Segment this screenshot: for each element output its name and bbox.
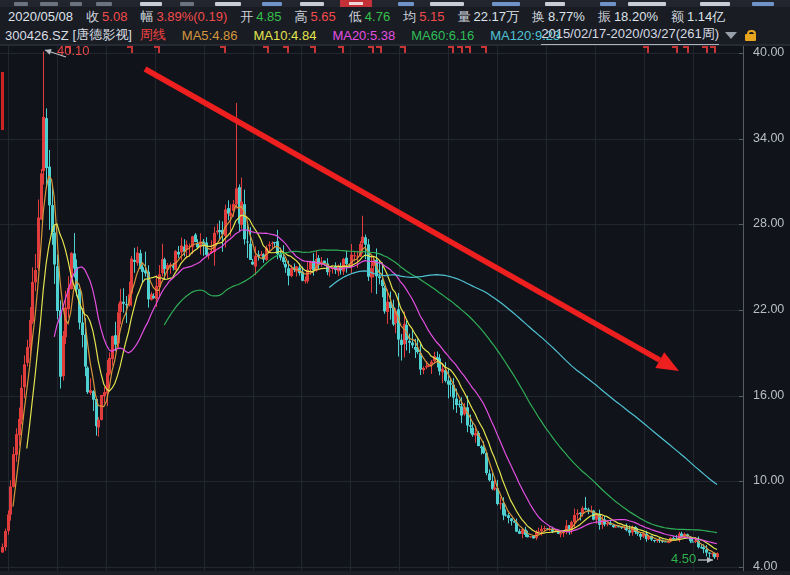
- peak-price-annotation: 40.10: [57, 43, 90, 58]
- menu-fragment: [700, 2, 730, 6]
- event-flag-icon: [457, 46, 463, 53]
- menu-fragment: [628, 2, 666, 6]
- field-value: 4.76: [365, 9, 390, 24]
- menu-fragment: [752, 2, 774, 6]
- event-flag-icon: [283, 46, 289, 53]
- low-price-annotation: 4.50: [671, 551, 696, 566]
- field-label: 收: [86, 9, 99, 24]
- menu-fragment: [70, 2, 82, 6]
- candlestick-chart[interactable]: [0, 46, 790, 575]
- event-flag-icon: [400, 46, 406, 53]
- quote-bar: 2020/05/08 收5.08幅3.89%(0.19)开4.85高5.65低4…: [0, 7, 790, 26]
- tab-label-fragment: [349, 2, 363, 5]
- y-axis-label: 40.00: [753, 45, 784, 59]
- period-label[interactable]: 周线: [140, 26, 166, 44]
- field-value: 4.85: [256, 9, 281, 24]
- quote-field-振: 振18.20%: [598, 8, 658, 26]
- field-label: 开: [240, 9, 253, 24]
- event-flag-icon: [448, 46, 454, 53]
- menu-fragment: [96, 2, 112, 6]
- field-label: 幅: [140, 9, 153, 24]
- ma-label-2: MA10:4.84: [254, 28, 317, 43]
- quote-field-量: 量22.17万: [457, 8, 519, 26]
- event-flag-icon: [702, 46, 708, 53]
- ma-label-3: MA20:5.38: [332, 28, 395, 43]
- event-flag-icon: [376, 46, 382, 53]
- field-value: 3.89%(0.19): [156, 9, 227, 24]
- field-value: 1.14亿: [687, 9, 725, 24]
- event-flag-icon: [672, 46, 678, 53]
- event-flag-icon: [643, 46, 649, 53]
- event-flag-icon: [338, 46, 344, 53]
- quote-field-低: 低4.76: [349, 8, 390, 26]
- event-flag-icon: [683, 46, 689, 53]
- y-axis-label: 22.00: [753, 302, 784, 316]
- field-value: 8.77%: [548, 9, 585, 24]
- field-value: 5.08: [102, 9, 127, 24]
- field-label: 高: [295, 9, 308, 24]
- menu-fragment: [545, 2, 565, 6]
- quote-date: 2020/05/08: [8, 9, 73, 24]
- y-axis-label: 16.00: [753, 388, 784, 402]
- date-range-text[interactable]: 2015/02/17-2020/03/27(261周): [541, 25, 719, 45]
- top-menu-bar-clipped[interactable]: [0, 0, 790, 7]
- y-axis-label: 34.00: [753, 131, 784, 145]
- y-axis-label: 4.00: [753, 559, 777, 573]
- quote-field-收: 收5.08: [86, 8, 127, 26]
- quote-field-幅: 幅3.89%(0.19): [140, 8, 227, 26]
- field-value: 5.65: [311, 9, 336, 24]
- event-flag-icon: [310, 46, 316, 53]
- ma-label-4: MA60:6.16: [411, 28, 474, 43]
- quote-field-换: 换8.77%: [532, 8, 585, 26]
- menu-fragment: [140, 2, 162, 6]
- menu-fragment: [262, 2, 282, 6]
- quote-field-额: 额1.14亿: [671, 8, 725, 26]
- top-tab-active-fragment[interactable]: [340, 0, 372, 7]
- event-flag-icon: [710, 46, 716, 53]
- field-label: 量: [457, 9, 470, 24]
- chevron-down-icon[interactable]: [725, 32, 737, 39]
- menu-fragment: [14, 2, 28, 6]
- quote-fields: 收5.08幅3.89%(0.19)开4.85高5.65低4.76均5.15量22…: [73, 8, 725, 26]
- event-flag-icon: [481, 46, 487, 53]
- ma-legend: MA5:4.86MA10:4.84MA20:5.38MA60:6.16MA120…: [166, 28, 560, 43]
- menu-fragment: [180, 2, 194, 6]
- stock-name[interactable]: [唐德影视]: [73, 26, 132, 44]
- quote-field-高: 高5.65: [295, 8, 336, 26]
- field-label: 换: [532, 9, 545, 24]
- menu-fragment: [300, 2, 324, 6]
- field-value: 18.20%: [614, 9, 658, 24]
- event-flag-icon: [465, 46, 471, 53]
- y-axis-label: 28.00: [753, 216, 784, 230]
- header: 2020/05/08 收5.08幅3.89%(0.19)开4.85高5.65低4…: [0, 7, 790, 46]
- y-axis-label: 10.00: [753, 473, 784, 487]
- field-label: 均: [403, 9, 416, 24]
- field-label: 额: [671, 9, 684, 24]
- menu-fragment: [430, 2, 464, 6]
- event-flag-icon: [127, 46, 133, 53]
- event-flag-icon: [154, 46, 160, 53]
- ma-label-1: MA5:4.86: [182, 28, 238, 43]
- field-value: 5.15: [419, 9, 444, 24]
- menu-fragment: [600, 2, 616, 6]
- menu-fragment: [40, 2, 58, 6]
- menu-fragment: [398, 2, 414, 6]
- event-flag-icon: [368, 46, 374, 53]
- menu-fragment: [492, 2, 520, 6]
- menu-fragment: [215, 2, 241, 6]
- quote-field-均: 均5.15: [403, 8, 444, 26]
- event-flag-icon: [263, 46, 269, 53]
- date-range-control[interactable]: 2015/02/17-2020/03/27(261周): [541, 26, 756, 44]
- chart-area: 40.0034.0028.0022.0016.0010.004.00 40.10…: [0, 46, 790, 575]
- lock-icon[interactable]: [745, 30, 756, 41]
- lock-body: [745, 34, 756, 41]
- field-label: 振: [598, 9, 611, 24]
- quote-field-开: 开4.85: [240, 8, 281, 26]
- stock-code[interactable]: 300426.SZ: [5, 28, 69, 43]
- field-label: 低: [349, 9, 362, 24]
- field-value: 22.17万: [473, 9, 519, 24]
- event-flag-icon: [220, 46, 226, 53]
